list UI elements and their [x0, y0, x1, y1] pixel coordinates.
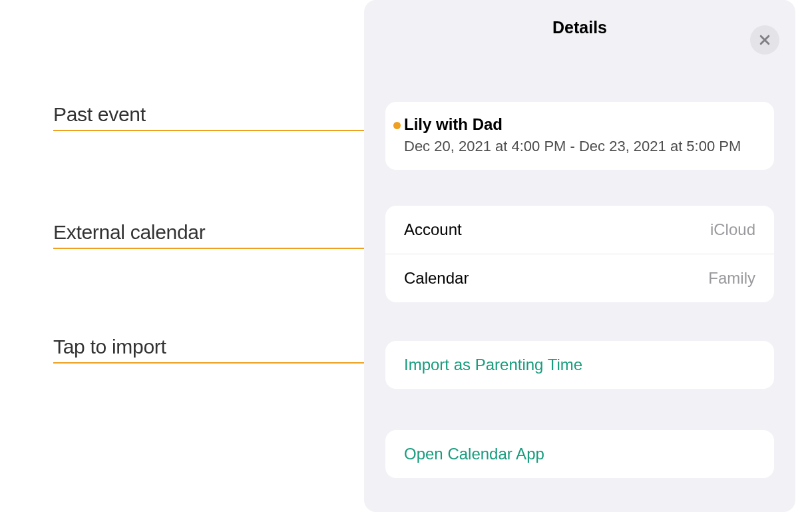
close-icon — [758, 33, 771, 47]
open-app-action-card[interactable]: Open Calendar App — [385, 430, 774, 478]
account-value: iCloud — [710, 220, 755, 239]
panel-header: Details — [364, 0, 795, 55]
account-label: Account — [404, 220, 462, 239]
calendar-label: Calendar — [404, 269, 469, 288]
open-app-action-label: Open Calendar App — [404, 445, 755, 463]
event-title: Lily with Dad — [404, 115, 755, 134]
annotation-external-calendar: External calendar — [53, 221, 205, 244]
event-time-range: Dec 20, 2021 at 4:00 PM - Dec 23, 2021 a… — [404, 138, 755, 155]
annotation-line — [53, 130, 397, 131]
annotation-line — [53, 248, 397, 249]
details-panel: Details Lily with Dad Dec 20, 2021 at 4:… — [364, 0, 795, 512]
import-action-label: Import as Parenting Time — [404, 356, 755, 374]
annotation-past-event: Past event — [53, 103, 146, 126]
info-card: Account iCloud Calendar Family — [385, 206, 774, 302]
close-button[interactable] — [750, 25, 779, 55]
calendar-row[interactable]: Calendar Family — [385, 254, 774, 302]
annotation-line — [53, 362, 397, 364]
import-action-card[interactable]: Import as Parenting Time — [385, 341, 774, 389]
annotation-tap-to-import-label: Tap to import — [53, 336, 166, 358]
event-card[interactable]: Lily with Dad Dec 20, 2021 at 4:00 PM - … — [385, 102, 774, 170]
annotation-tap-to-import: Tap to import — [53, 336, 166, 358]
account-row[interactable]: Account iCloud — [385, 206, 774, 254]
annotation-past-event-label: Past event — [53, 103, 146, 126]
annotation-external-calendar-label: External calendar — [53, 221, 205, 244]
calendar-value: Family — [708, 269, 755, 288]
event-color-dot — [393, 122, 401, 129]
panel-title: Details — [552, 18, 607, 37]
